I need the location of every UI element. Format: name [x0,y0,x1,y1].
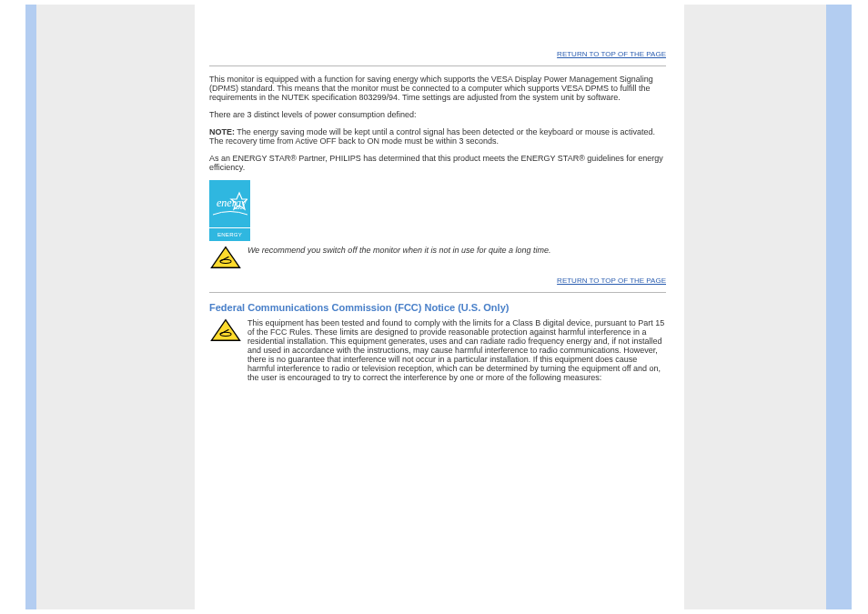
note-label: NOTE: [209,127,235,136]
document-page: RETURN TO TOP OF THE PAGE This monitor i… [0,0,868,614]
power-mgmt-intro: This monitor is equipped with a function… [209,75,666,102]
svg-marker-1 [211,247,239,268]
decorative-bar-left [25,5,36,609]
return-to-top-link[interactable]: RETURN TO TOP OF THE PAGE [209,50,666,58]
fcc-notice-text: This equipment has been tested and found… [247,318,666,382]
warning-triangle-icon [209,246,242,269]
energy-star-icon: energy ENERGY STAR [209,180,250,240]
power-mgmt-levels: There are 3 distinct levels of power con… [209,110,666,119]
sidebar-panel [36,5,195,609]
fcc-section-title: Federal Communications Commission (FCC) … [209,302,666,313]
energy-star-compliance: As an ENERGY STAR® Partner, PHILIPS has … [209,154,666,172]
switch-off-recommendation: We recommend you switch off the monitor … [247,246,666,255]
return-to-top-link[interactable]: RETURN TO TOP OF THE PAGE [209,277,666,285]
note-body: The energy saving mode will be kept unti… [209,127,655,146]
energy-star-label: ENERGY STAR [209,227,250,241]
section-divider [209,292,666,293]
decorative-bar-right [826,5,852,609]
warning-triangle-icon [209,318,242,342]
right-margin-panel [684,5,826,609]
main-content: RETURN TO TOP OF THE PAGE This monitor i… [195,5,684,609]
energy-star-logo-svg: energy [213,190,247,217]
svg-marker-4 [211,320,239,341]
power-mgmt-note: NOTE: The energy saving mode will be kep… [209,127,666,146]
section-divider [209,65,666,66]
